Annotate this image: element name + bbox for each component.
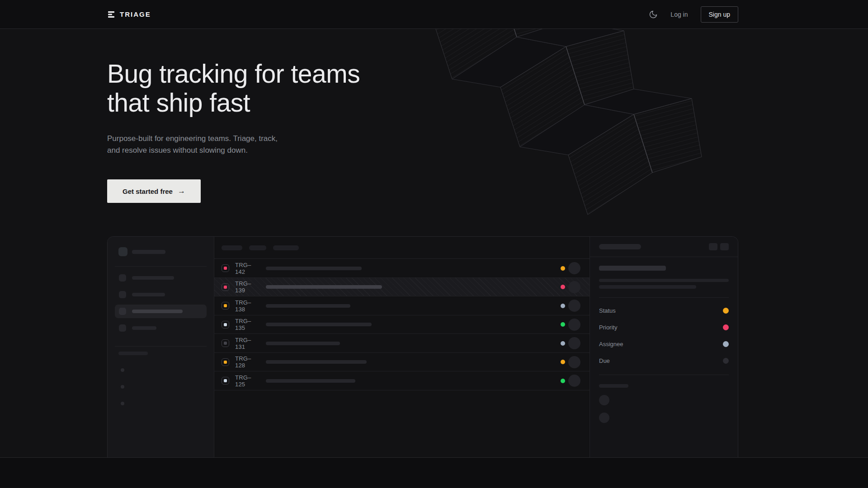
field-label: Due	[599, 357, 610, 364]
toolbar-skeleton	[222, 245, 242, 250]
issue-id: TRG–139	[235, 280, 260, 294]
sidebar-item-skeleton	[132, 276, 174, 280]
detail-header-skeleton	[599, 244, 641, 249]
status-dot	[561, 322, 565, 327]
sidebar-dot	[121, 368, 124, 372]
issue-title-skeleton	[266, 304, 350, 308]
assignee-avatar	[568, 319, 580, 331]
field-value-dot	[723, 308, 729, 314]
issue-row: TRG–128	[214, 353, 590, 372]
assignee-avatar	[568, 356, 580, 368]
footer-strip	[0, 458, 868, 488]
issue-row: TRG–125	[214, 371, 590, 390]
field-label: Assignee	[599, 341, 623, 347]
issue-row: TRG–131	[214, 334, 590, 353]
sidebar-item	[115, 288, 207, 301]
issue-type-icon	[222, 358, 229, 366]
moon-icon[interactable]	[649, 10, 658, 19]
nav-actions: Log in Sign up	[649, 6, 738, 23]
sidebar-item-icon	[119, 274, 126, 282]
issue-title-skeleton	[266, 379, 355, 383]
mockup-detail-panel: Status Priority Assignee Due	[590, 237, 738, 457]
sidebar-item-active	[115, 305, 207, 318]
brand-name: TRIAGE	[120, 10, 151, 18]
detail-header-button	[720, 243, 729, 250]
hero-subtitle: Purpose-built for engineering teams. Tri…	[107, 133, 286, 157]
sidebar-item-icon	[119, 308, 126, 315]
detail-body-skeleton	[599, 285, 696, 289]
triage-logo-icon	[107, 10, 115, 19]
navbar: TRIAGE Log in Sign up	[0, 0, 868, 29]
detail-field: Status	[599, 302, 729, 319]
get-started-button[interactable]: Get started free →	[107, 179, 201, 203]
status-dot	[561, 266, 565, 271]
issue-id: TRG–142	[235, 262, 260, 275]
issue-row: TRG–135	[214, 315, 590, 334]
field-label: Status	[599, 307, 616, 314]
arrow-right-icon: →	[178, 187, 185, 196]
sidebar-dot	[121, 402, 124, 405]
sidebar-item-skeleton	[132, 326, 156, 330]
assignee-avatar	[568, 281, 580, 293]
sidebar-item-skeleton	[132, 293, 165, 296]
issue-title-skeleton	[266, 285, 382, 289]
divider	[599, 375, 729, 375]
assignee-avatar	[568, 375, 580, 387]
divider	[115, 266, 207, 267]
issue-type-icon	[222, 339, 229, 347]
detail-section-skeleton	[599, 384, 628, 388]
issue-row: TRG–142	[214, 259, 590, 278]
issue-title-skeleton	[266, 342, 340, 345]
assignee-avatar	[568, 300, 580, 312]
issue-id: TRG–135	[235, 318, 260, 331]
sidebar-item-icon	[119, 324, 126, 332]
sidebar-item	[115, 271, 207, 285]
issue-id: TRG–125	[235, 374, 260, 388]
detail-header	[590, 237, 738, 257]
status-dot	[561, 360, 565, 364]
issue-row-selected: TRG–139	[214, 278, 590, 297]
detail-avatar-circle	[599, 395, 609, 405]
sidebar-dot	[121, 385, 124, 389]
cta-label: Get started free	[123, 188, 173, 195]
detail-field: Assignee	[599, 336, 729, 352]
field-value-dot	[723, 358, 729, 364]
field-label: Priority	[599, 324, 617, 331]
sidebar-item	[115, 321, 207, 335]
mockup-sidebar	[108, 237, 214, 457]
divider	[599, 297, 729, 298]
workspace-name-skeleton	[132, 250, 165, 254]
assignee-avatar	[568, 337, 580, 349]
divider	[115, 346, 207, 347]
issue-id: TRG–131	[235, 337, 260, 350]
issue-type-icon	[222, 321, 229, 328]
sidebar-section-skeleton	[118, 352, 148, 355]
issue-type-icon	[222, 377, 229, 385]
login-link[interactable]: Log in	[670, 11, 688, 18]
detail-field: Due	[599, 352, 729, 369]
issue-type-icon	[222, 264, 229, 272]
field-value-dot	[723, 341, 729, 347]
detail-header-button	[709, 243, 717, 250]
issue-title-skeleton	[266, 267, 362, 270]
title-line-1: Bug tracking for teams	[107, 59, 360, 88]
issue-id: TRG–128	[235, 355, 260, 369]
status-dot	[561, 304, 565, 308]
signup-button[interactable]: Sign up	[701, 6, 738, 23]
toolbar-skeleton	[249, 245, 266, 250]
assignee-avatar	[568, 262, 580, 274]
detail-field: Priority	[599, 319, 729, 336]
workspace-avatar	[118, 247, 127, 256]
detail-title-skeleton	[599, 266, 666, 271]
status-dot	[561, 379, 565, 383]
brand-logo[interactable]: TRIAGE	[107, 10, 151, 19]
app-mockup: TRG–142 TRG–139	[107, 236, 738, 457]
issue-type-icon	[222, 283, 229, 291]
page-title: Bug tracking for teams that ship fast	[107, 29, 738, 117]
status-dot	[561, 285, 565, 289]
issue-title-skeleton	[266, 360, 367, 364]
toolbar-skeleton	[273, 245, 299, 250]
hero-section: Bug tracking for teams that ship fast Pu…	[0, 29, 868, 458]
mockup-issue-list: TRG–142 TRG–139	[214, 237, 590, 457]
sidebar-item-skeleton	[132, 310, 183, 313]
